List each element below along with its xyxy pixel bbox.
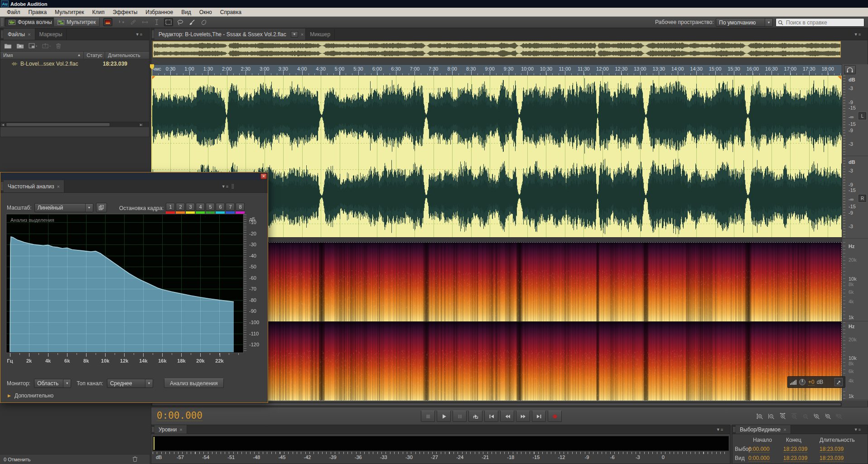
panel-menu-icon[interactable]: ▼≡ — [854, 425, 861, 434]
go-to-end-button[interactable] — [532, 411, 546, 422]
zoom-out-horizontal-button[interactable] — [789, 411, 799, 421]
multitrack-view-button[interactable]: Мультитрек — [53, 18, 100, 27]
hold-frame-button-6[interactable]: 6 — [216, 203, 225, 211]
panel-menu-icon[interactable]: ▼≡ — [854, 29, 861, 40]
help-search[interactable] — [776, 18, 864, 27]
file-row[interactable]: B-Lovel...ssex Vol.2.flac 18:23.039 — [0, 59, 149, 68]
trash-icon[interactable] — [56, 43, 61, 49]
import-file-icon[interactable] — [16, 43, 24, 49]
solo-monitor-button[interactable] — [844, 65, 856, 74]
playhead-time-display[interactable]: 0:00.000 — [157, 411, 203, 421]
editor-file-dropdown[interactable]: ▼ — [291, 31, 298, 38]
editor-hscrollbar[interactable] — [151, 402, 842, 407]
timeline-ruler[interactable]: чмс 0:301:001:302:002:303:003:304:004:30… — [151, 64, 842, 76]
menu-3[interactable]: Клип — [88, 8, 109, 16]
go-to-start-button[interactable] — [484, 411, 498, 422]
play-button[interactable] — [437, 411, 451, 422]
panel-grip[interactable] — [152, 427, 154, 432]
freq-window-titlebar[interactable]: × — [0, 172, 268, 180]
hud-pin-button[interactable] — [834, 378, 843, 386]
hold-frame-button-7[interactable]: 7 — [226, 203, 235, 211]
selection-out-handle[interactable] — [838, 76, 841, 80]
menu-8[interactable]: Справка — [216, 8, 246, 16]
selection-value[interactable]: 0:00.000 — [748, 446, 770, 453]
close-icon[interactable]: × — [57, 184, 59, 189]
fa-analyze-selection-button[interactable]: Анализ выделения — [164, 378, 224, 388]
hud-gain-value[interactable]: +0 — [808, 379, 815, 386]
scroll-right-icon[interactable]: ► — [139, 123, 144, 127]
selection-value[interactable]: 18:23.039 — [783, 455, 807, 462]
fa-channel-select[interactable]: Среднее ▼ — [107, 379, 153, 388]
lasso-selection-tool[interactable] — [176, 18, 185, 26]
hold-frame-button-3[interactable]: 3 — [186, 203, 195, 211]
tab-markers[interactable]: Маркеры — [35, 29, 67, 40]
tab-files[interactable]: Файлы× — [4, 29, 35, 40]
trash-icon[interactable] — [132, 456, 138, 462]
selection-value[interactable]: 18:23.039 — [783, 446, 807, 453]
files-hscrollbar[interactable]: ◄ ► — [0, 122, 149, 127]
selection-value[interactable]: 18:23.039 — [820, 446, 844, 453]
zoom-in-vertical-button[interactable] — [755, 411, 765, 421]
spectral-display-toggle[interactable] — [103, 18, 112, 26]
level-meter[interactable] — [153, 436, 729, 451]
paintbrush-selection-tool[interactable] — [188, 18, 197, 26]
hold-frame-button-1[interactable]: 1 — [166, 203, 175, 211]
channel-button-L[interactable]: L — [858, 112, 866, 120]
open-file-icon[interactable] — [4, 43, 12, 49]
panel-grip[interactable] — [733, 427, 735, 432]
zoom-reset-button[interactable] — [800, 411, 810, 421]
fa-scale-select[interactable]: Линейный ▼ — [34, 203, 93, 212]
menu-2[interactable]: Мультитрек — [51, 8, 88, 16]
hold-frame-button-8[interactable]: 8 — [236, 203, 245, 211]
marquee-selection-tool[interactable] — [164, 18, 173, 26]
stop-button[interactable] — [421, 411, 435, 422]
zoom-to-in-point-button[interactable] — [811, 411, 821, 421]
fa-advanced-expander[interactable]: ▶ Дополнительно — [8, 392, 53, 399]
search-input[interactable] — [785, 19, 858, 26]
razor-tool[interactable] — [129, 18, 138, 26]
zoom-to-out-point-button[interactable] — [823, 411, 833, 421]
panel-grip[interactable] — [231, 184, 234, 189]
fast-forward-button[interactable] — [516, 411, 530, 422]
menu-6[interactable]: Вид — [177, 8, 195, 16]
zoom-in-horizontal-button[interactable] — [777, 411, 787, 421]
scrollbar-thumb[interactable] — [6, 123, 110, 127]
overview-canvas[interactable] — [153, 42, 840, 57]
column-duration[interactable]: Длительность — [105, 52, 149, 59]
close-icon[interactable]: × — [301, 32, 304, 37]
workspace-select[interactable]: По умолчанию ▼ — [716, 18, 773, 27]
loop-playback-button[interactable] — [468, 411, 482, 422]
fa-copy-button[interactable] — [96, 203, 107, 212]
selection-value[interactable]: 0:00.000 — [748, 455, 770, 462]
zoom-out-vertical-button[interactable] — [766, 411, 776, 421]
waveform-overview-strip[interactable] — [153, 41, 841, 57]
panel-grip[interactable] — [1, 30, 3, 38]
tab-selection-view[interactable]: Выбор/Видимое× — [736, 425, 791, 434]
menu-4[interactable]: Эффекты — [109, 8, 142, 16]
panel-menu-icon[interactable]: ▼≡ — [135, 29, 143, 40]
menu-5[interactable]: Избранное — [141, 8, 177, 16]
waveform-view-button[interactable]: Форма волны — [5, 18, 56, 27]
move-tool[interactable] — [117, 18, 126, 26]
rewind-button[interactable] — [500, 411, 514, 422]
selection-in-handle[interactable] — [152, 76, 155, 80]
channel-button-R[interactable]: R — [858, 195, 866, 202]
scroll-left-icon[interactable]: ◄ — [0, 123, 5, 127]
zoom-to-selection-button[interactable] — [834, 411, 844, 421]
frequency-graph-canvas[interactable] — [7, 215, 243, 352]
new-content-icon[interactable] — [29, 43, 38, 49]
hold-frame-button-4[interactable]: 4 — [196, 203, 205, 211]
hold-frame-button-5[interactable]: 5 — [206, 203, 215, 211]
spot-healing-brush-tool[interactable] — [199, 18, 208, 26]
close-icon[interactable]: × — [783, 427, 786, 432]
close-icon[interactable]: × — [28, 32, 30, 37]
close-icon[interactable]: × — [179, 427, 182, 432]
panel-menu-icon[interactable]: ▼≡ — [716, 425, 723, 434]
menu-7[interactable]: Окно — [195, 8, 216, 16]
fa-monitor-select[interactable]: Область ▼ — [34, 379, 71, 388]
tab-frequency-analysis[interactable]: Частотный анализ × — [4, 180, 64, 192]
panel-grip[interactable] — [152, 30, 154, 38]
column-status[interactable]: Статус — [84, 52, 105, 59]
record-button[interactable] — [548, 411, 562, 422]
knob-icon[interactable] — [799, 378, 806, 386]
